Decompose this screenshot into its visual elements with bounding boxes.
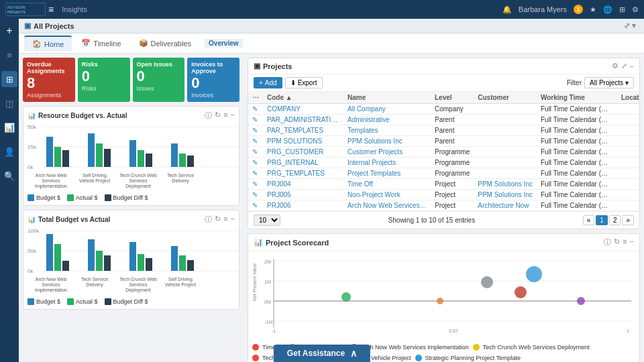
sidebar-item-user[interactable]: 👤 — [1, 143, 17, 160]
chart2-expand-icon[interactable]: ≡ — [223, 215, 227, 225]
chart1-expand-icon[interactable]: ≡ — [223, 111, 227, 121]
row-expand[interactable]: ✎ — [248, 104, 263, 115]
kpi-invoices-sub: Invoices — [191, 92, 235, 99]
row-location — [617, 125, 639, 136]
row-location — [617, 200, 639, 211]
row-expand[interactable]: ✎ — [248, 168, 263, 179]
tab-bar: 🏠 Home 📅 Timeline 📦 Deliverables Overvie… — [19, 34, 644, 54]
col-code[interactable]: Code ▲ — [263, 92, 343, 104]
sidebar-item-charts[interactable]: 📊 — [1, 119, 17, 135]
sidebar-item-add[interactable]: + — [1, 23, 17, 39]
get-assistance-bar[interactable]: Get Assistance ∧ — [274, 345, 370, 362]
row-expand[interactable]: ✎ — [248, 200, 263, 211]
projects-close-icon[interactable]: − — [630, 62, 634, 70]
topbar-bell-icon[interactable]: 🔔 — [502, 5, 512, 14]
chart2-close-icon[interactable]: − — [231, 215, 235, 225]
legend-budget: Budget $ — [28, 194, 60, 201]
tab-deliverables-icon: 📦 — [139, 39, 148, 48]
topbar-star-icon[interactable]: ★ — [590, 5, 596, 14]
sidebar-item-search[interactable]: 🔍 — [1, 168, 17, 184]
col-location[interactable]: Location — [617, 92, 639, 104]
chart1-close-icon[interactable]: − — [231, 111, 235, 121]
col-name[interactable]: Name — [343, 92, 431, 104]
row-level: Parent — [431, 115, 474, 125]
row-expand[interactable]: ✎ — [248, 115, 263, 125]
col-working-time[interactable]: Working Time — [537, 92, 617, 104]
topbar: KEYEDIN PROJECTS ≡ Insights 🔔 Barbara My… — [0, 0, 644, 19]
svg-text:Delivery: Delivery — [172, 178, 189, 184]
svg-point-74 — [526, 266, 542, 282]
kpi-risks-sub: Risks — [82, 85, 126, 92]
table-row: ✎ PPM SOLUTIONS PPM Solutions Inc Parent… — [248, 136, 639, 147]
row-location — [617, 158, 639, 168]
projects-action-buttons: + Add ⬇ Export — [254, 77, 323, 88]
row-expand[interactable]: ✎ — [248, 125, 263, 136]
scorecard-expand-icon[interactable]: ≡ — [623, 237, 627, 247]
topbar-menu-icon[interactable]: ≡ — [48, 4, 54, 15]
table-pagination: 10 25 50 Showing 1 to 10 of 15 entries «… — [248, 211, 639, 229]
export-button[interactable]: ⬇ Export — [285, 77, 323, 88]
svg-point-76 — [437, 298, 443, 304]
col-customer[interactable]: Customer — [474, 92, 537, 104]
row-level: Project — [431, 179, 474, 190]
chart1-refresh-icon[interactable]: ↻ — [215, 111, 221, 121]
row-customer — [474, 158, 537, 168]
table-row: ✎ PRG_INTERNAL Internal Projects Program… — [248, 158, 639, 168]
page-size-selector: 10 25 50 — [254, 215, 280, 226]
page-2-btn[interactable]: 2 — [609, 215, 621, 225]
svg-text:-1M: -1M — [264, 320, 272, 324]
main-content: ▣ All Projects ⤢ ▾ 🏠 Home 📅 Timeline 📦 D… — [19, 19, 644, 362]
scorecard-refresh-icon[interactable]: ↻ — [614, 237, 620, 247]
col-level[interactable]: Level — [431, 92, 474, 104]
tab-home[interactable]: 🏠 Home — [24, 36, 72, 51]
row-expand[interactable]: ✎ — [248, 190, 263, 200]
legend-strategic: Strategic Planning Project Template — [415, 355, 521, 361]
tab-timeline[interactable]: 📅 Timeline — [73, 36, 129, 50]
svg-text:Deployment: Deployment — [125, 184, 150, 189]
add-project-button[interactable]: + Add — [254, 77, 282, 88]
row-name: Administrative — [343, 115, 431, 125]
row-expand[interactable]: ✎ — [248, 158, 263, 168]
row-expand[interactable]: ✎ — [248, 136, 263, 147]
page-1-btn[interactable]: 1 — [596, 215, 608, 225]
scorecard-info-icon[interactable]: ⓘ — [604, 237, 611, 247]
scorecard-close-icon[interactable]: − — [630, 237, 634, 247]
topbar-insights-label: Insights — [62, 5, 87, 13]
row-location — [617, 168, 639, 179]
row-expand[interactable]: ✎ — [248, 179, 263, 190]
projects-expand-icon[interactable]: ⤢ — [621, 62, 627, 70]
subheader-expand-icon[interactable]: ⤢ ▾ — [624, 21, 636, 30]
row-expand[interactable]: ✎ — [248, 147, 263, 158]
row-name: PPM Solutions Inc — [343, 136, 431, 147]
row-working-time: Full Time Calendar (My Region) — [537, 168, 617, 179]
chart2-legend-actual: Actual $ — [67, 298, 98, 305]
topbar-globe-icon[interactable]: 🌐 — [603, 5, 612, 14]
tab-deliverables[interactable]: 📦 Deliverables — [131, 36, 200, 50]
projects-panel: ▣ Projects ⚙ ⤢ − + Add — [248, 58, 640, 229]
row-name: Arch Now Web Services Implementation — [343, 200, 431, 211]
sidebar-item-menu[interactable]: ≡ — [1, 47, 17, 63]
sidebar-item-tasks[interactable]: ◫ — [1, 95, 17, 111]
svg-rect-14 — [104, 149, 111, 167]
col-expand: ⋯ — [248, 92, 263, 104]
legend-diff-color — [105, 194, 111, 201]
kpi-risks: Risks 0 Risks — [78, 58, 130, 102]
get-assistance-label: Get Assistance — [287, 349, 345, 358]
projects-settings-icon[interactable]: ⚙ — [612, 62, 619, 70]
chart2-legend-diff-color — [105, 298, 111, 305]
prev-page-btn[interactable]: « — [583, 215, 595, 225]
sidebar-item-grid[interactable]: ⊞ — [1, 71, 17, 87]
next-page-btn[interactable]: » — [622, 215, 634, 225]
kpi-risks-value: 0 — [82, 69, 126, 84]
row-working-time: Full Time Calendar (My Region) — [537, 179, 617, 190]
topbar-grid-icon[interactable]: ⊞ — [619, 5, 625, 14]
chart2-info-icon[interactable]: ⓘ — [205, 215, 212, 225]
page-size-select[interactable]: 10 25 50 — [254, 215, 280, 226]
row-name: Templates — [343, 125, 431, 136]
all-projects-filter[interactable]: All Projects ▾ — [584, 77, 634, 88]
topbar-settings-icon[interactable]: ⚙ — [632, 5, 639, 14]
svg-rect-11 — [62, 150, 69, 167]
topbar-right: 🔔 Barbara Myers 1 ★ 🌐 ⊞ ⚙ — [502, 5, 639, 14]
chart2-refresh-icon[interactable]: ↻ — [215, 215, 221, 225]
chart1-info-icon[interactable]: ⓘ — [205, 111, 212, 121]
